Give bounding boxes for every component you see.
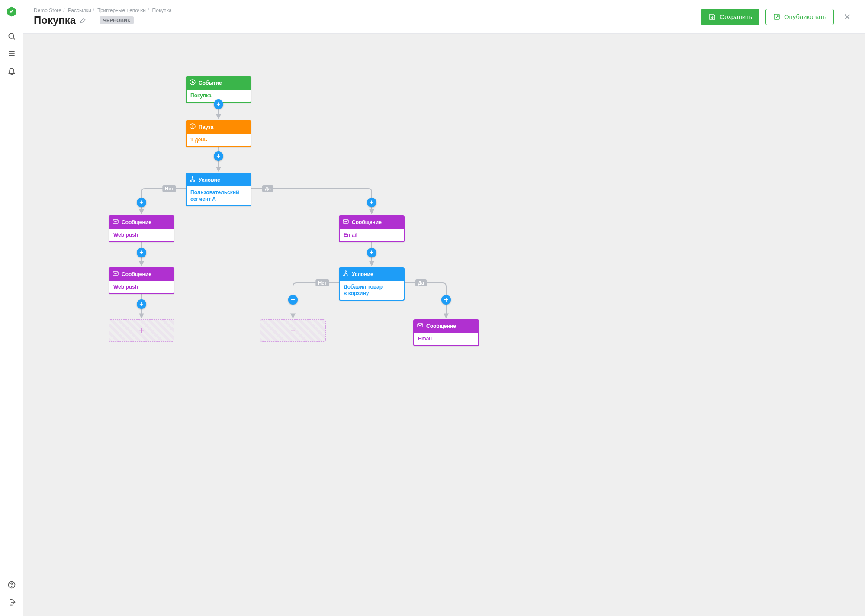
- add-node-button[interactable]: +: [214, 151, 223, 161]
- menu-icon[interactable]: [4, 46, 19, 61]
- page-title: Покупка: [34, 14, 76, 26]
- bell-icon[interactable]: [4, 63, 19, 79]
- breadcrumb-item[interactable]: Demo Store: [34, 7, 61, 13]
- close-icon[interactable]: [840, 10, 855, 24]
- branch-label-yes: Да: [415, 279, 427, 286]
- node-head-label: Сообщение: [122, 271, 151, 277]
- node-head-label: Событие: [199, 80, 222, 86]
- add-node-button[interactable]: +: [288, 295, 298, 305]
- svg-point-11: [190, 124, 195, 129]
- add-node-button[interactable]: +: [367, 198, 376, 207]
- node-body-label: Добавил товар в корзину: [339, 281, 405, 301]
- svg-line-1: [13, 38, 15, 40]
- node-condition[interactable]: Условие Добавил товар в корзину: [339, 267, 405, 301]
- breadcrumb-item[interactable]: Триггерные цепочки: [97, 7, 146, 13]
- svg-point-15: [190, 180, 192, 182]
- node-head-label: Условие: [199, 177, 220, 183]
- node-message[interactable]: Сообщение Email: [413, 319, 479, 346]
- drop-slot[interactable]: +: [109, 319, 174, 342]
- publish-button[interactable]: Опубликовать: [765, 9, 834, 25]
- svg-rect-17: [113, 220, 118, 223]
- node-head-label: Сообщение: [122, 219, 151, 225]
- branch-icon: [342, 270, 349, 278]
- search-icon[interactable]: [4, 29, 19, 44]
- svg-rect-19: [343, 220, 348, 223]
- breadcrumb: Demo Store/ Рассылки/ Триггерные цепочки…: [34, 7, 701, 13]
- svg-rect-23: [418, 324, 423, 327]
- node-body-label: Web push: [109, 281, 174, 294]
- publish-button-label: Опубликовать: [784, 13, 826, 20]
- header: Demo Store/ Рассылки/ Триггерные цепочки…: [23, 0, 865, 34]
- app-logo[interactable]: [6, 6, 17, 17]
- node-body-label: Email: [339, 229, 405, 242]
- node-head-label: Сообщение: [426, 323, 456, 329]
- node-message[interactable]: Сообщение Web push: [109, 267, 174, 294]
- branch-label-no: Нет: [315, 279, 329, 286]
- node-body-label: Email: [413, 333, 479, 346]
- branch-label-no: Нет: [162, 185, 176, 192]
- add-node-button[interactable]: +: [214, 99, 223, 109]
- branch-label-yes: Да: [262, 185, 273, 192]
- node-pause[interactable]: Пауза 1 день: [186, 120, 251, 147]
- logout-icon[interactable]: [4, 594, 19, 610]
- help-icon[interactable]: [4, 577, 19, 593]
- add-node-button[interactable]: +: [441, 295, 451, 305]
- svg-rect-18: [113, 272, 118, 275]
- breadcrumb-item[interactable]: Рассылки: [68, 7, 91, 13]
- node-head-label: Условие: [352, 271, 373, 277]
- workflow-canvas[interactable]: Нет Да Нет Да Событие Покупка Пауза 1 де…: [23, 34, 865, 616]
- add-node-button[interactable]: +: [137, 198, 146, 207]
- save-button-label: Сохранить: [720, 13, 752, 20]
- node-head-label: Пауза: [199, 124, 213, 130]
- node-message[interactable]: Сообщение Email: [339, 215, 405, 242]
- status-badge: ЧЕРНОВИК: [100, 16, 134, 24]
- edit-title-icon[interactable]: [79, 16, 87, 24]
- play-icon: [189, 79, 196, 87]
- branch-icon: [189, 176, 196, 184]
- svg-point-16: [194, 180, 195, 182]
- svg-point-21: [344, 275, 345, 276]
- left-rail: [0, 0, 23, 616]
- node-body-label: Web push: [109, 229, 174, 242]
- svg-point-6: [11, 587, 12, 587]
- svg-point-14: [192, 176, 193, 178]
- save-button[interactable]: Сохранить: [701, 9, 759, 25]
- node-message[interactable]: Сообщение Web push: [109, 215, 174, 242]
- node-head-label: Сообщение: [352, 219, 382, 225]
- node-event[interactable]: Событие Покупка: [186, 76, 251, 103]
- svg-point-20: [345, 271, 347, 272]
- mail-icon: [342, 218, 349, 226]
- svg-point-22: [347, 275, 348, 276]
- add-node-button[interactable]: +: [137, 248, 146, 257]
- mail-icon: [417, 322, 424, 330]
- add-node-button[interactable]: +: [367, 248, 376, 257]
- drop-slot[interactable]: +: [260, 319, 326, 342]
- node-condition[interactable]: Условие Пользовательский сегмент A: [186, 173, 251, 206]
- mail-icon: [112, 218, 119, 226]
- node-body-label: 1 день: [186, 134, 251, 147]
- node-body-label: Пользовательский сегмент A: [186, 186, 251, 206]
- add-node-button[interactable]: +: [137, 299, 146, 309]
- mail-icon: [112, 270, 119, 278]
- breadcrumb-item: Покупка: [152, 7, 172, 13]
- svg-point-0: [9, 33, 14, 38]
- pause-icon: [189, 123, 196, 131]
